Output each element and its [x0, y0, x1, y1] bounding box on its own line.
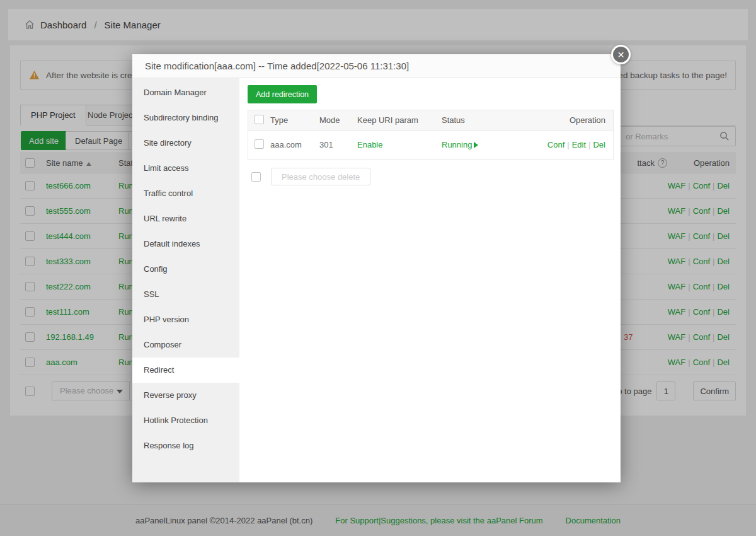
redirection-mode: 301	[319, 140, 357, 149]
column-type: Type	[270, 115, 319, 125]
edit-link[interactable]: Edit	[572, 140, 586, 149]
choose-delete-button[interactable]: Please choose delete	[271, 168, 370, 185]
keep-uri-toggle[interactable]: Enable	[357, 140, 382, 149]
redirection-table: Type Mode Keep URI param Status Operatio…	[248, 110, 614, 160]
column-mode: Mode	[319, 115, 357, 125]
modal-select-all-checkbox[interactable]	[255, 115, 264, 124]
modal-menu-config[interactable]: Config	[132, 257, 239, 282]
modal-menu-ssl[interactable]: SSL	[132, 282, 239, 307]
modal-menu-site-directory[interactable]: Site directory	[132, 131, 239, 156]
modal-menu-redirect[interactable]: Redirect	[132, 358, 239, 383]
add-redirection-button[interactable]: Add redirection	[248, 85, 317, 103]
modal-delete-controls: Please choose delete	[248, 168, 614, 185]
modal-menu-default-indexes[interactable]: Default indexes	[132, 231, 239, 257]
close-icon[interactable]: ✕	[611, 45, 631, 64]
modal-menu-subdirectory-binding[interactable]: Subdirectory binding	[132, 105, 239, 131]
site-modification-modal: ✕ Site modification[aaa.com] -- Time add…	[132, 54, 621, 482]
modal-menu-composer[interactable]: Composer	[132, 332, 239, 358]
modal-title: Site modification[aaa.com] -- Time added…	[132, 54, 621, 78]
column-status: Status	[442, 115, 536, 125]
modal-menu-reverse-proxy[interactable]: Reverse proxy	[132, 383, 239, 408]
modal-menu-traffic-control[interactable]: Traffic control	[132, 181, 239, 206]
modal-sidebar: Domain ManagerSubdirectory bindingSite d…	[132, 78, 239, 482]
redirection-type: aaa.com	[270, 140, 319, 149]
del-link[interactable]: Del	[593, 140, 605, 149]
modal-menu-hotlink-protection[interactable]: Hotlink Protection	[132, 408, 239, 433]
play-icon	[474, 142, 478, 148]
modal-menu-limit-access[interactable]: Limit access	[132, 156, 239, 181]
redirection-table-header: Type Mode Keep URI param Status Operatio…	[248, 110, 613, 131]
redirection-row-checkbox[interactable]	[255, 139, 264, 149]
modal-menu-url-rewrite[interactable]: URL rewrite	[132, 206, 239, 231]
column-operation: Operation	[536, 115, 613, 125]
modal-menu-php-version[interactable]: PHP version	[132, 307, 239, 332]
modal-menu-domain-manager[interactable]: Domain Manager	[132, 80, 239, 105]
delete-select-checkbox[interactable]	[251, 172, 261, 182]
conf-link[interactable]: Conf	[547, 140, 564, 149]
redirection-row: aaa.com 301 Enable Running Conf|Edit|Del	[248, 131, 613, 159]
redirection-operations: Conf|Edit|Del	[536, 140, 613, 149]
op-separator: |	[588, 140, 590, 149]
column-keep-uri: Keep URI param	[357, 115, 442, 125]
modal-content: Add redirection Type Mode Keep URI param…	[239, 78, 621, 482]
op-separator: |	[567, 140, 569, 149]
modal-menu-response-log[interactable]: Response log	[132, 433, 239, 458]
redirection-status[interactable]: Running	[442, 140, 472, 149]
